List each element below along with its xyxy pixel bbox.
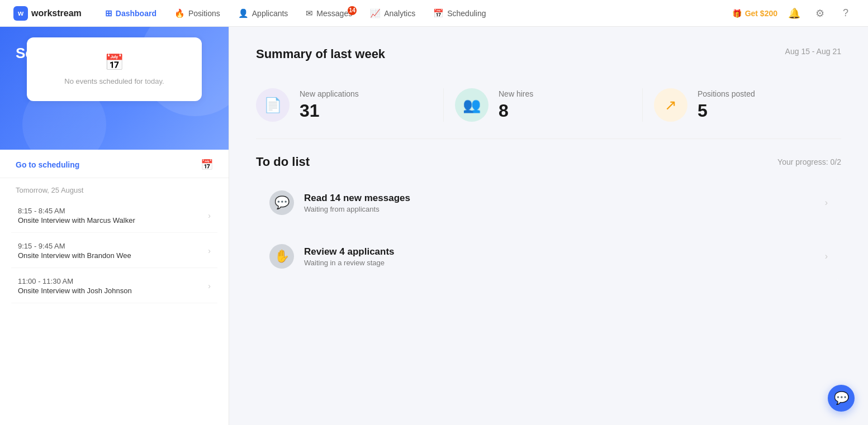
schedule-item-info-0: 8:15 - 8:45 AM Onsite Interview with Mar… — [18, 207, 135, 225]
nav-item-applicants[interactable]: 👤Applicants — [230, 5, 296, 22]
applicants-icon: 👤 — [238, 8, 249, 18]
help-button[interactable]: ? — [837, 4, 855, 22]
scheduling-calendar-icon: 📅 — [201, 159, 213, 171]
gift-icon: 🎁 — [732, 9, 742, 18]
schedule-panel: Schedule 📅 No events scheduled for today… — [0, 27, 229, 425]
todo-item-read-messages[interactable]: 💬 Read 14 new messages Waiting from appl… — [256, 179, 841, 226]
analytics-icon: 📈 — [370, 8, 381, 18]
new-hires-icon-wrap: 👥 — [455, 88, 488, 122]
positions-posted-icon: ↗ — [665, 97, 677, 114]
navbar: w workstream ⊞Dashboard🔥Positions👤Applic… — [0, 0, 868, 27]
new-hires-value: 8 — [499, 101, 533, 121]
summary-card-new-hires: 👥 New hires 8 — [444, 88, 643, 122]
new-applications-info: New applications 31 — [300, 89, 359, 121]
positions-posted-icon-wrap: ↗ — [654, 88, 687, 122]
schedule-item-1[interactable]: 9:15 - 9:45 AM Onsite Interview with Bra… — [11, 234, 217, 268]
summary-date-range: Aug 15 - Aug 21 — [785, 47, 841, 56]
new-applications-icon: 📄 — [264, 97, 282, 114]
schedule-item-2[interactable]: 11:00 - 11:30 AM Onsite Interview with J… — [11, 269, 217, 303]
todo-progress: Your progress: 0/2 — [777, 157, 841, 166]
schedule-interview-0: Onsite Interview with Marcus Walker — [18, 216, 135, 225]
positions-posted-info: Positions posted 5 — [698, 89, 755, 121]
dashboard-label: Dashboard — [116, 9, 156, 18]
nav-item-dashboard[interactable]: ⊞Dashboard — [97, 5, 164, 22]
summary-header: Summary of last week Aug 15 - Aug 21 — [256, 47, 841, 61]
read-messages-icon: 💬 — [269, 190, 294, 215]
todo-item-review-applicants[interactable]: ✋ Review 4 applicants Waiting in a revie… — [256, 233, 841, 280]
review-applicants-subtitle: Waiting in a review stage — [304, 259, 825, 267]
schedule-item-0[interactable]: 8:15 - 8:45 AM Onsite Interview with Mar… — [11, 199, 217, 233]
read-messages-text: Read 14 new messages Waiting from applic… — [304, 193, 825, 213]
get-reward-button[interactable]: 🎁 Get $200 — [732, 9, 777, 18]
no-events-text: No events scheduled for today. — [64, 77, 164, 85]
schedule-time-0: 8:15 - 8:45 AM — [18, 207, 135, 215]
dashboard-icon: ⊞ — [105, 8, 112, 18]
nav-items: ⊞Dashboard🔥Positions👤Applicants✉Messages… — [97, 5, 732, 22]
reward-label: Get $200 — [745, 9, 777, 18]
go-scheduling-link[interactable]: Go to scheduling — [16, 160, 79, 169]
new-hires-info: New hires 8 — [499, 89, 533, 121]
analytics-label: Analytics — [384, 9, 415, 18]
schedule-interview-2: Onsite Interview with Josh Johnson — [18, 286, 132, 295]
read-messages-chevron: › — [825, 198, 828, 208]
summary-card-positions-posted: ↗ Positions posted 5 — [643, 88, 841, 122]
scheduling-icon: 📅 — [433, 8, 444, 18]
schedule-items: 8:15 - 8:45 AM Onsite Interview with Mar… — [0, 199, 229, 303]
todo-section: To do list Your progress: 0/2 💬 Read 14 … — [256, 155, 841, 280]
schedule-interview-1: Onsite Interview with Brandon Wee — [18, 251, 131, 260]
new-applications-icon-wrap: 📄 — [256, 88, 290, 122]
messages-badge: 14 — [348, 6, 357, 15]
main-layout: Schedule 📅 No events scheduled for today… — [0, 27, 868, 425]
notification-button[interactable]: 🔔 — [785, 4, 803, 22]
tomorrow-label: Tomorrow, 25 August — [0, 178, 229, 199]
review-applicants-chevron: › — [825, 251, 828, 261]
applicants-label: Applicants — [252, 9, 288, 18]
nav-item-analytics[interactable]: 📈Analytics — [362, 5, 423, 22]
schedule-chevron-2: › — [208, 281, 211, 290]
nav-item-positions[interactable]: 🔥Positions — [167, 5, 228, 22]
messages-label: Messages — [316, 9, 352, 18]
summary-title: Summary of last week — [256, 47, 385, 61]
positions-label: Positions — [188, 9, 220, 18]
settings-button[interactable]: ⚙ — [811, 4, 829, 22]
review-applicants-title: Review 4 applicants — [304, 246, 825, 257]
schedule-time-2: 11:00 - 11:30 AM — [18, 277, 132, 285]
schedule-item-info-2: 11:00 - 11:30 AM Onsite Interview with J… — [18, 277, 132, 295]
content-area: Summary of last week Aug 15 - Aug 21 📄 N… — [229, 27, 868, 425]
new-hires-icon: 👥 — [463, 97, 481, 114]
messages-icon: ✉ — [306, 8, 313, 18]
logo-icon: w — [13, 6, 28, 21]
schedule-chevron-0: › — [208, 211, 211, 220]
summary-card-new-applications: 📄 New applications 31 — [256, 88, 444, 122]
read-messages-title: Read 14 new messages — [304, 193, 825, 204]
review-applicants-icon: ✋ — [269, 244, 294, 269]
positions-icon: 🔥 — [174, 8, 185, 18]
review-applicants-text: Review 4 applicants Waiting in a review … — [304, 246, 825, 267]
new-applications-label: New applications — [300, 89, 359, 98]
todo-header: To do list Your progress: 0/2 — [256, 155, 841, 169]
chat-bubble-button[interactable]: 💬 — [828, 385, 855, 412]
schedule-time-1: 9:15 - 9:45 AM — [18, 242, 131, 250]
schedule-title: Schedule — [16, 45, 213, 62]
new-hires-label: New hires — [499, 89, 533, 98]
schedule-item-info-1: 9:15 - 9:45 AM Onsite Interview with Bra… — [18, 242, 131, 260]
go-scheduling-row: Go to scheduling 📅 — [0, 150, 229, 178]
nav-right: 🎁 Get $200 🔔 ⚙ ? — [732, 4, 855, 22]
todo-items: 💬 Read 14 new messages Waiting from appl… — [256, 179, 841, 280]
nav-item-scheduling[interactable]: 📅Scheduling — [425, 5, 494, 22]
logo-text: workstream — [31, 8, 82, 18]
scheduling-label: Scheduling — [447, 9, 486, 18]
schedule-header: Schedule 📅 No events scheduled for today… — [0, 27, 229, 150]
positions-posted-label: Positions posted — [698, 89, 755, 98]
summary-cards: 📄 New applications 31 👥 New hires 8 ↗ Po… — [256, 77, 841, 139]
schedule-chevron-1: › — [208, 246, 211, 255]
logo[interactable]: w workstream — [13, 6, 82, 21]
nav-item-messages[interactable]: ✉Messages14 — [298, 5, 360, 22]
positions-posted-value: 5 — [698, 101, 755, 121]
todo-title: To do list — [256, 155, 310, 169]
read-messages-subtitle: Waiting from applicants — [304, 205, 825, 213]
new-applications-value: 31 — [300, 101, 359, 121]
